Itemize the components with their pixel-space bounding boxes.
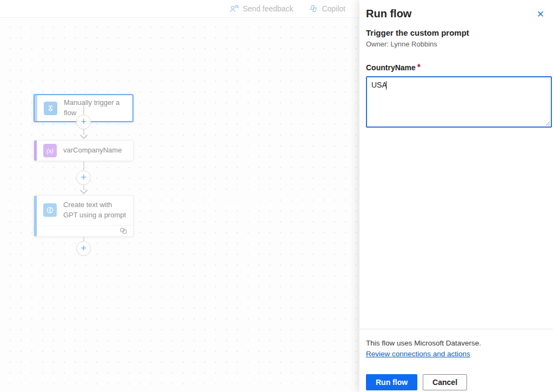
- variable-glyph: {x}: [46, 148, 54, 154]
- countryname-field: CountryName* USA: [359, 63, 553, 128]
- dataverse-note: This flow uses Microsoft Dataverse.: [366, 339, 547, 347]
- copilot-label: Copilot: [322, 4, 345, 13]
- flow-designer: Send feedback Copilot: [0, 0, 359, 392]
- connection-link-icon: [119, 228, 128, 234]
- node-accent-bar: [34, 141, 37, 161]
- manual-trigger-icon: [44, 102, 57, 115]
- arrow-down-icon: [80, 135, 88, 139]
- node-title: varCompanyName: [63, 145, 122, 156]
- flow-owner: Owner: Lynne Robbins: [359, 40, 553, 48]
- feedback-person-icon: [230, 5, 239, 13]
- review-connections-link[interactable]: Review connections and actions: [366, 350, 470, 358]
- field-label-row: CountryName*: [366, 63, 552, 72]
- plus-icon: +: [81, 243, 86, 254]
- arrow-down-icon: [80, 190, 88, 194]
- node-varcompanyname[interactable]: {x} varCompanyName: [34, 140, 134, 161]
- topbar: Send feedback Copilot: [0, 0, 359, 18]
- panel-title: Run flow: [366, 8, 411, 20]
- copilot-button[interactable]: Copilot: [309, 4, 345, 13]
- countryname-input[interactable]: USA: [366, 76, 552, 128]
- power-automate-run-flow-screen: Send feedback Copilot: [0, 0, 553, 392]
- insert-action-button[interactable]: +: [76, 241, 91, 256]
- panel-footer: This flow uses Microsoft Dataverse. Revi…: [359, 329, 553, 390]
- cancel-button[interactable]: Cancel: [423, 374, 467, 390]
- run-flow-button[interactable]: Run flow: [366, 374, 417, 390]
- required-marker: *: [417, 63, 421, 72]
- connector-line: [83, 161, 84, 170]
- copilot-icon: [309, 4, 318, 13]
- node-footer: [34, 225, 133, 236]
- node-accent-bar: [35, 95, 37, 121]
- node-create-text-with-gpt[interactable]: Create text with GPT using a prompt: [34, 195, 134, 237]
- send-feedback-label: Send feedback: [243, 4, 293, 13]
- close-icon[interactable]: ✕: [534, 8, 548, 21]
- variable-icon: {x}: [43, 144, 57, 157]
- ai-builder-gpt-icon: [43, 203, 57, 217]
- node-title: Manually trigger a flow: [64, 98, 127, 118]
- button-row: Run flow Cancel: [366, 374, 547, 390]
- node-accent-bar: [34, 196, 37, 236]
- plus-icon: +: [81, 172, 86, 183]
- run-flow-panel: Run flow ✕ Trigger the custom prompt Own…: [359, 0, 553, 392]
- insert-action-button[interactable]: +: [76, 170, 91, 185]
- flow-canvas[interactable]: Manually trigger a flow + {x} varCompany…: [0, 18, 359, 392]
- field-label: CountryName: [366, 63, 416, 72]
- insert-action-button[interactable]: +: [76, 115, 91, 129]
- plus-icon: +: [81, 116, 86, 127]
- node-title: Create text with GPT using a prompt: [63, 200, 128, 221]
- flow-name: Trigger the custom prompt: [359, 28, 553, 37]
- send-feedback-button[interactable]: Send feedback: [230, 4, 293, 13]
- panel-header: Run flow ✕: [359, 8, 553, 21]
